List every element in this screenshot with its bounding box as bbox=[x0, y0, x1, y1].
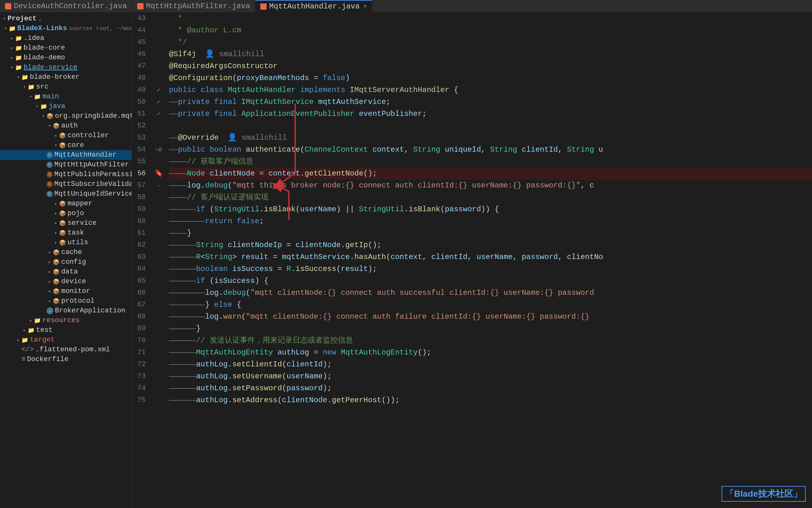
code-line: ——————R<String> result = mqttAuthService… bbox=[169, 251, 812, 263]
item-label: task bbox=[68, 229, 84, 237]
sidebar-item-cache[interactable]: ▸ 📦 cache bbox=[0, 247, 132, 257]
code-line: ——@Override 👤 smallchill bbox=[169, 132, 812, 144]
tab-mqtt-http-auth[interactable]: MqttHttpAuthFilter.java bbox=[132, 0, 255, 12]
sidebar-item-mqtt-subscribe-validator[interactable]: C MqttSubscribeValidator.java bbox=[0, 179, 132, 189]
code-line: ——————// 发送认证事件，用来记录日志或者监控信息 bbox=[169, 335, 812, 347]
sidebar-item-main[interactable]: ▾ 📁 main bbox=[0, 92, 132, 101]
tab-device-auth[interactable]: DeviceAuthController.java bbox=[0, 0, 132, 12]
package-icon: 📦 bbox=[53, 278, 60, 285]
close-tab-icon[interactable]: × bbox=[363, 3, 367, 10]
code-line: ——————if (StringUtil.isBlank(userName) |… bbox=[169, 204, 812, 215]
sidebar-item-core[interactable]: ▾ 📦 core bbox=[0, 140, 132, 150]
svg-text:A: A bbox=[49, 309, 51, 313]
item-label: controller bbox=[68, 132, 109, 139]
sidebar-item-device[interactable]: ▸ 📦 device bbox=[0, 277, 132, 286]
code-line: ——————authLog.setClientId(clientId); bbox=[169, 358, 812, 371]
item-label: main bbox=[42, 93, 59, 100]
sidebar-item-blade-broker[interactable]: ▾ 📁 blade-broker bbox=[0, 72, 132, 82]
sidebar-item-service[interactable]: ▸ 📦 service bbox=[0, 218, 132, 228]
item-label: Dockerfile bbox=[27, 355, 69, 363]
folder-icon: 📁 bbox=[34, 93, 41, 100]
tab-label: DeviceAuthController.java bbox=[14, 2, 127, 10]
code-line: public class MqttAuthHandler implements … bbox=[169, 84, 812, 96]
item-label: MqttPublishPermission.java bbox=[54, 170, 132, 178]
sidebar-item-controller[interactable]: ▸ 📦 controller bbox=[0, 131, 132, 140]
expand-arrow: ▸ bbox=[9, 45, 15, 51]
sidebar-item-task[interactable]: ▸ 📦 task bbox=[0, 228, 132, 238]
sidebar-item-mqtt-publish-permission[interactable]: C MqttPublishPermission.java bbox=[0, 170, 132, 179]
item-label: mapper bbox=[68, 200, 92, 208]
sidebar-item-utils[interactable]: ▸ 📦 utils bbox=[0, 238, 132, 247]
package-icon: 📦 bbox=[59, 210, 66, 217]
sidebar-item-protocol[interactable]: ▸ 📦 protocol bbox=[0, 296, 132, 306]
expand-arrow: ▾ bbox=[40, 113, 46, 119]
app-icon: A bbox=[46, 307, 53, 314]
item-label: blade-service bbox=[24, 64, 78, 71]
sidebar-item-blade-core[interactable]: ▸ 📁 blade-core bbox=[0, 43, 132, 53]
expand-arrow: ▸ bbox=[9, 35, 15, 41]
project-arrow: ▾ bbox=[1, 16, 7, 22]
package-icon: 📦 bbox=[53, 288, 60, 295]
module-icon: 📁 bbox=[15, 54, 22, 61]
sidebar-item-dockerfile[interactable]: ≡ Dockerfile bbox=[0, 354, 132, 364]
folder-icon: 📁 bbox=[22, 337, 28, 343]
sidebar-item-target[interactable]: ▸ 📁 target bbox=[0, 335, 132, 345]
package-icon: 📦 bbox=[53, 249, 60, 256]
expand-arrow: ▸ bbox=[53, 230, 59, 236]
watermark-bracket-right: 」 bbox=[793, 489, 802, 499]
sidebar-item-blade-service[interactable]: ▾ 📁 blade-service bbox=[0, 62, 132, 72]
expand-arrow: ▸ bbox=[15, 337, 22, 343]
code-line: ————————log.warn("mqtt clientNode:{} con… bbox=[169, 311, 812, 323]
code-line: ————// 客户端认证逻辑实现 bbox=[169, 192, 812, 204]
resources-icon: 📁 bbox=[34, 317, 41, 324]
sidebar-item-test[interactable]: ▸ 📁 test bbox=[0, 325, 132, 335]
java-file-icon bbox=[5, 3, 11, 9]
item-label: protocol bbox=[61, 297, 94, 305]
code-editor[interactable]: 43 44 45 46 47 48 49 50 51 52 53 54 55 5… bbox=[132, 12, 812, 508]
expand-arrow: ▸ bbox=[9, 55, 15, 61]
item-label: core bbox=[68, 141, 84, 149]
code-line: * bbox=[169, 12, 812, 25]
sidebar-item-resources[interactable]: ▸ 📁 resources bbox=[0, 315, 132, 325]
sidebar-item-java[interactable]: ▾ 📁 java bbox=[0, 101, 132, 111]
project-title: Project bbox=[7, 15, 36, 23]
tab-mqtt-auth-handler[interactable]: MqttAuthHandler.java × bbox=[255, 0, 372, 12]
java-file-icon: C bbox=[46, 181, 53, 187]
expand-arrow: ▾ bbox=[28, 93, 34, 100]
sidebar-item-data[interactable]: ▸ 📦 data bbox=[0, 267, 132, 277]
java-class-icon: C bbox=[46, 162, 53, 168]
sidebar-item-blade-demo[interactable]: ▸ 📁 blade-demo bbox=[0, 53, 132, 62]
sidebar-item-mapper[interactable]: ▸ 📦 mapper bbox=[0, 199, 132, 208]
code-line-highlighted: ————Node clientNode = context.getClientN… bbox=[169, 168, 812, 180]
item-label: target bbox=[30, 336, 55, 344]
gutter-at-icon: @ bbox=[159, 144, 162, 156]
sidebar-item-broker-application[interactable]: A BrokerApplication bbox=[0, 306, 132, 315]
sidebar-item-mqtt-auth-handler[interactable]: C MqttAuthHandler bbox=[0, 150, 132, 160]
project-chevron: ⌄ bbox=[38, 15, 42, 22]
sidebar-item-monitor[interactable]: ▸ 📦 monitor bbox=[0, 286, 132, 296]
item-label: MqttUniqueIdService bbox=[54, 190, 132, 198]
code-content[interactable]: * * @author L.cm */ @Slf4j 👤 smallchill bbox=[166, 12, 812, 508]
project-sidebar: ▾ Project ⌄ ▾ 📁 BladeX-Links sources roo… bbox=[0, 12, 132, 508]
sidebar-item-mqtt-http-auth-filter[interactable]: C MqttHttpAuthFilter bbox=[0, 160, 132, 170]
package-icon: 📦 bbox=[59, 200, 66, 207]
item-label: utils bbox=[68, 239, 88, 247]
sidebar-item-src[interactable]: ▾ 📁 src bbox=[0, 82, 132, 92]
sidebar-item-mqtt-unique-id-service[interactable]: C MqttUniqueIdService bbox=[0, 189, 132, 199]
sidebar-item-pojo[interactable]: ▸ 📦 pojo bbox=[0, 208, 132, 218]
sidebar-item-config[interactable]: ▸ 📦 config bbox=[0, 257, 132, 267]
sidebar-item-org-pkg[interactable]: ▾ 📦 org.springblade.mqtt.broker bbox=[0, 111, 132, 121]
sidebar-item-idea[interactable]: ▸ 📁 .idea bbox=[0, 33, 132, 43]
expand-arrow: ▸ bbox=[53, 132, 59, 139]
expand-arrow: ▸ bbox=[53, 201, 59, 207]
code-line: ————————log.debug("mqtt clientNode:{} co… bbox=[169, 287, 812, 299]
package-icon: 📦 bbox=[53, 122, 60, 129]
item-label: data bbox=[61, 268, 78, 276]
package-icon: 📦 bbox=[53, 268, 60, 276]
sidebar-item-bladex-links[interactable]: ▾ 📁 BladeX-Links sources root, ~/Workspa… bbox=[0, 24, 132, 33]
sidebar-item-pom[interactable]: </> .flattened-pom.xml bbox=[0, 345, 132, 354]
package-icon: 📦 bbox=[59, 229, 66, 237]
project-header[interactable]: ▾ Project ⌄ bbox=[0, 14, 132, 24]
package-icon: 📦 bbox=[53, 259, 60, 266]
sidebar-item-auth[interactable]: ▾ 📦 auth bbox=[0, 121, 132, 131]
